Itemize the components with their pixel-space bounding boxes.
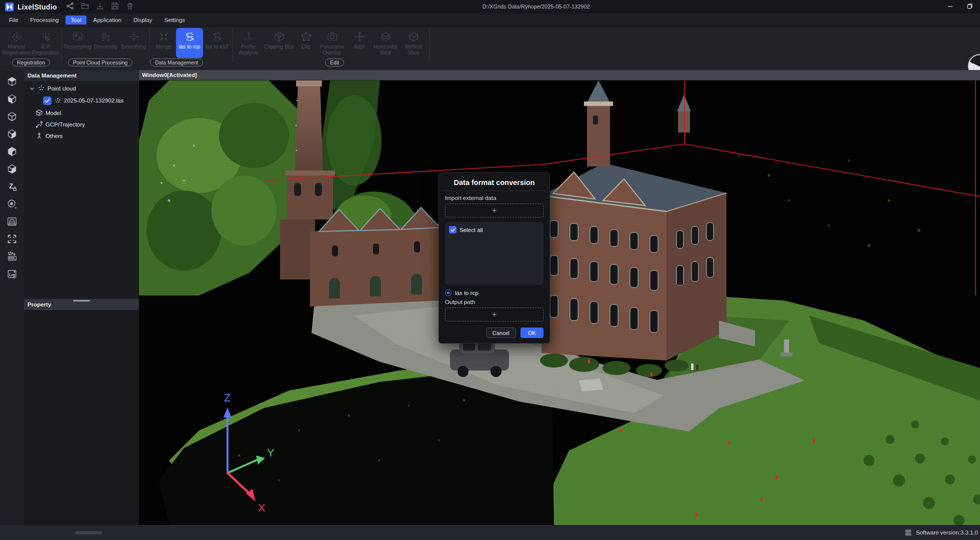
- panorama-overlay-icon: [326, 30, 338, 43]
- smoothing-button[interactable]: Smoothing: [120, 28, 148, 58]
- las-to-e57-button[interactable]: E57 las to e57: [203, 28, 231, 58]
- toolbar-separator: [62, 29, 62, 62]
- menu-file[interactable]: File: [4, 16, 24, 24]
- tree-item-las-file[interactable]: 2025-05-07-132902.las: [24, 94, 139, 107]
- svg-text:Log: Log: [9, 273, 16, 277]
- document-path: D:/XGrids Data/Ryhope/2025-05-07-132902: [482, 4, 590, 10]
- z-axis-lock-icon[interactable]: Z: [6, 181, 18, 192]
- orbit-center-icon[interactable]: [6, 198, 18, 210]
- select-all-checkbox[interactable]: [449, 226, 456, 234]
- vertical-slice-icon: [408, 30, 420, 43]
- icp-registration-icon: [40, 30, 52, 43]
- align-button[interactable]: Align: [348, 28, 372, 58]
- menu-display[interactable]: Display: [128, 16, 158, 24]
- property-panel-body: [24, 310, 139, 523]
- open-folder-icon[interactable]: [81, 2, 89, 12]
- clipping-box-button[interactable]: Clipping Box: [262, 28, 296, 58]
- menu-application[interactable]: Application: [88, 16, 126, 24]
- cancel-button[interactable]: Cancel: [486, 328, 516, 338]
- denoising-button[interactable]: Denoising: [92, 28, 120, 58]
- panel-resize-handle[interactable]: [73, 300, 90, 302]
- view-front-cube-icon[interactable]: [6, 111, 18, 122]
- theme-toggle-icon[interactable]: [968, 54, 980, 70]
- align-icon: [354, 30, 366, 43]
- tree-item-others[interactable]: Others: [24, 130, 139, 142]
- save-icon[interactable]: [111, 2, 119, 12]
- menu-processing[interactable]: Processing: [26, 16, 64, 24]
- horizontal-slice-button[interactable]: Horizontal Slice: [372, 28, 400, 58]
- property-panel-title: Property: [28, 302, 51, 308]
- group-badge-registration: Registration: [12, 58, 50, 66]
- status-bar: Software version:3.3.1.0: [0, 525, 980, 540]
- tree-item-label: Model: [46, 110, 61, 116]
- group-badge-edit: Edit: [325, 58, 344, 66]
- software-version: Software version:3.3.1.0: [916, 530, 978, 536]
- las-to-rcp-radio[interactable]: [445, 290, 452, 296]
- share-icon[interactable]: [66, 2, 74, 12]
- resampling-icon: [72, 30, 84, 43]
- clip-button[interactable]: Clip: [296, 28, 316, 58]
- view-bottom-cube-icon[interactable]: [6, 164, 18, 174]
- viewport-3d-scene[interactable]: Z Y X: [139, 80, 980, 525]
- perspective-view-icon[interactable]: [6, 216, 18, 227]
- svg-text:X: X: [258, 502, 266, 514]
- viewport-tab-label: Window0[Activated]: [142, 72, 197, 78]
- merge-button[interactable]: Merge: [151, 28, 176, 58]
- view-back-cube-icon[interactable]: [6, 128, 18, 140]
- trajectory-icon: [36, 120, 43, 128]
- svg-text:Y: Y: [267, 446, 274, 459]
- toolbar-separator: [232, 29, 233, 62]
- las-to-rcp-button[interactable]: RCP las to rcp: [176, 28, 203, 58]
- tree-item-point-cloud[interactable]: Point cloud: [24, 81, 139, 94]
- log-icon[interactable]: Log: [6, 268, 18, 280]
- menu-bar: File Processing Tool Application Display…: [0, 14, 980, 26]
- plus-icon: +: [492, 310, 496, 319]
- view-right-cube-icon[interactable]: [6, 146, 18, 157]
- ribbon-toolbar: Manual Registration ICP Registration Res…: [0, 26, 980, 70]
- left-panel: Data Management Point cloud 2025-05-07-1…: [24, 70, 139, 525]
- data-management-tree: Point cloud 2025-05-07-132902.las Model …: [24, 81, 139, 299]
- title-bar: LixelStudio D:/XGrids Data/Ryhope/2025-0…: [0, 0, 980, 14]
- vertical-slice-button[interactable]: Vertical Slice: [400, 28, 428, 58]
- menu-settings[interactable]: Settings: [160, 16, 190, 24]
- svg-text:E57: E57: [214, 36, 220, 38]
- import-data-dropzone[interactable]: +: [445, 204, 544, 218]
- output-path-label: Output path: [445, 299, 544, 305]
- property-panel-header[interactable]: Property: [24, 299, 139, 310]
- las-to-rcp-radio-label: las to rcp: [455, 290, 478, 296]
- tree-item-gcp-trajectory[interactable]: GCP/Trajectory: [24, 118, 139, 130]
- minimize-button[interactable]: [947, 2, 954, 12]
- import-external-data-label: Import external data: [445, 195, 544, 201]
- clip-icon: [300, 30, 312, 43]
- point-cloud-icon: [38, 84, 45, 92]
- divider: [443, 190, 546, 191]
- model-cube-icon: [36, 109, 43, 116]
- profile-analysis-button[interactable]: Profile Analysis: [234, 28, 262, 58]
- delete-icon[interactable]: [126, 2, 134, 12]
- checkbox-checked[interactable]: [43, 96, 52, 105]
- viewport-tab[interactable]: Window0[Activated]: [139, 70, 980, 80]
- panorama-overlay-button[interactable]: Panorama Overlay: [316, 28, 348, 58]
- menu-tool[interactable]: Tool: [66, 16, 86, 24]
- icp-registration-button[interactable]: ICP Registration: [31, 28, 60, 58]
- tree-item-label: Others: [46, 133, 63, 139]
- tree-item-model[interactable]: Model: [24, 107, 139, 118]
- svg-text:Z: Z: [9, 182, 13, 190]
- resampling-button[interactable]: Resampling: [64, 28, 92, 58]
- horizontal-slice-icon: [380, 30, 392, 43]
- tree-item-label: GCP/Trajectory: [46, 122, 85, 128]
- edl-icon[interactable]: EDL: [6, 251, 18, 262]
- ok-button[interactable]: OK: [520, 328, 544, 338]
- manual-registration-button[interactable]: Manual Registration: [2, 28, 31, 58]
- fullscreen-icon[interactable]: [6, 234, 18, 244]
- output-path-dropzone[interactable]: +: [445, 308, 544, 322]
- data-management-panel-title: Data Management: [24, 70, 139, 81]
- import-icon[interactable]: [96, 2, 104, 12]
- profile-analysis-icon: [242, 30, 255, 43]
- chevron-down-icon[interactable]: [29, 86, 35, 92]
- view-top-cube-icon[interactable]: [6, 76, 18, 87]
- view-left-cube-icon[interactable]: [6, 94, 18, 104]
- restore-button[interactable]: [966, 2, 973, 12]
- las-to-rcp-icon: RCP: [184, 30, 196, 43]
- svg-text:EDL: EDL: [9, 256, 16, 260]
